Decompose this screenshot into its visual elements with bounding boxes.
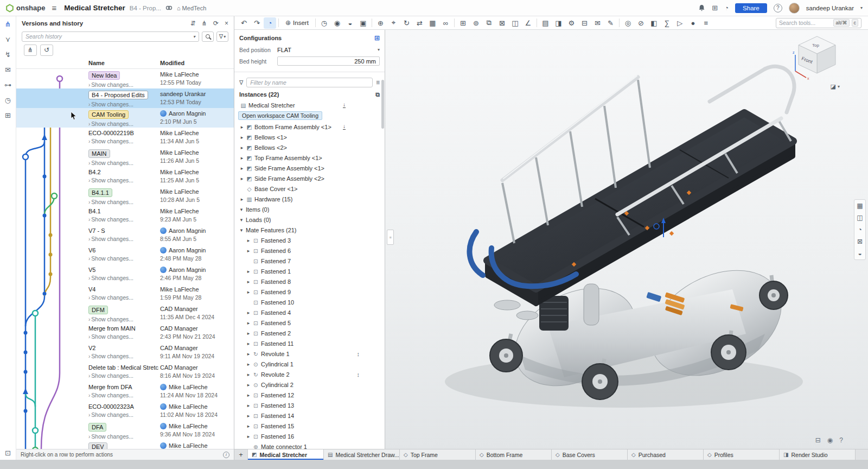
version-row[interactable]: Delete tab : Medical Stretc... ›Show cha… [16, 362, 234, 382]
group-icon[interactable]: ▦ [426, 17, 439, 29]
expand-chevron-icon[interactable]: ▸ [245, 331, 252, 336]
sheet-icon[interactable]: ⊟ [578, 17, 591, 29]
expand-chevron-icon[interactable]: ▸ [245, 351, 252, 357]
user-menu-caret-icon[interactable]: ▾ [860, 5, 863, 10]
version-row[interactable]: New Idea ›Show changes... Mike LaFleche … [16, 69, 234, 88]
version-row[interactable]: V6 ›Show changes... Aaron Magnin 2:48 PM… [16, 245, 234, 264]
display-settings-icon[interactable]: ⊡ [5, 449, 11, 457]
tab-bottom-frame[interactable]: ◇ Bottom Frame [476, 449, 552, 460]
learning-center-icon[interactable]: ◔ [724, 4, 729, 12]
expand-chevron-icon[interactable]: ▸ [245, 372, 252, 377]
stretcher-3d-model[interactable] [385, 30, 868, 449]
show-changes-link[interactable]: ›Show changes... [88, 160, 160, 166]
update-available-icon[interactable]: ↓ [343, 124, 346, 130]
display-states-icon[interactable]: ▣ [357, 17, 369, 29]
undo-button[interactable]: ↶ [238, 17, 250, 29]
show-changes-link[interactable]: ›Show changes... [88, 199, 160, 205]
mass-properties-icon[interactable]: ∑ [661, 17, 673, 29]
user-avatar[interactable] [789, 3, 800, 14]
item[interactable] [454, 18, 455, 27]
show-changes-link[interactable]: ›Show changes... [88, 333, 160, 340]
show-changes-link[interactable]: ›Show changes... [88, 372, 160, 379]
version-row[interactable]: DEV ›Show changes... Mike LaFleche [16, 440, 234, 449]
tool-settings-icon[interactable]: ≡ [700, 17, 712, 29]
show-all-changes-button[interactable]: ↺ [40, 45, 53, 56]
version-row[interactable]: V5 ›Show changes... Aaron Magnin 2:46 PM… [16, 264, 234, 284]
hide-icon[interactable]: ⊘ [635, 17, 647, 29]
show-changes-link[interactable]: ›Show changes... [88, 177, 160, 183]
root-assembly-row[interactable]: ▤ Medical Stretcher ↓ [234, 100, 385, 110]
spotlight-icon[interactable]: ◎ [622, 17, 634, 29]
activity-icon[interactable]: ◷ [5, 97, 11, 104]
expand-chevron-icon[interactable]: ▸ [239, 155, 245, 161]
quick-actions-icon[interactable]: ↯ [5, 51, 11, 58]
tab-medical-stretcher[interactable]: ◩ Medical Stretcher [248, 449, 324, 460]
version-row[interactable]: DFM ›Show changes... CAD Manager 11:35 A… [16, 303, 234, 323]
insert-button[interactable]: ⊕ Insert [281, 17, 313, 29]
version-row[interactable]: MAIN ›Show changes... Mike LaFleche 11:2… [16, 147, 234, 167]
mate-feature-row[interactable]: ▸ ⊡ Fastened 9 [234, 287, 385, 297]
version-row[interactable]: B4.2 ›Show changes... Mike LaFleche 11:2… [16, 167, 234, 186]
expand-chevron-icon[interactable]: ▸ [245, 310, 252, 315]
version-row[interactable]: Merge from DFA ›Show changes... Mike LaF… [16, 382, 234, 401]
mate-feature-row[interactable]: ▸ ⊡ Fastened 2 [234, 328, 385, 338]
show-branches-button[interactable]: ⋔ [24, 45, 37, 56]
hamburger-menu-icon[interactable]: ≡ [49, 3, 59, 12]
view-menu-button[interactable]: ◪▾ [831, 83, 840, 90]
compare-versions-icon[interactable]: ⇵ [190, 20, 196, 27]
link-icon[interactable] [165, 4, 173, 11]
show-changes-link[interactable]: ›Show changes... [88, 236, 160, 242]
show-changes-link[interactable]: ›Show changes... [88, 101, 160, 107]
loads-section-row[interactable]: ▾ Loads (0) [234, 214, 385, 225]
view-cube[interactable]: Top Front z x [792, 33, 842, 81]
instance-row[interactable]: ▸ ◩ Bellows <2> [234, 142, 385, 153]
animate-icon[interactable]: ▷ [674, 17, 686, 29]
version-row[interactable]: Merge from MAIN ›Show changes... CAD Man… [16, 323, 234, 343]
panel-collapse-handle[interactable]: ≡ [387, 230, 394, 245]
show-changes-link[interactable]: ›Show changes... [88, 138, 160, 144]
info-icon[interactable]: i [223, 452, 229, 458]
hidden-parts-icon[interactable]: ◔ [858, 226, 861, 233]
instance-row[interactable]: ▸ ▥ Hardware (15) [234, 194, 385, 204]
expand-chevron-icon[interactable]: ▸ [239, 176, 245, 181]
item[interactable] [619, 18, 620, 27]
close-panel-icon[interactable]: × [225, 20, 228, 27]
show-changes-link[interactable]: ›Show changes... [88, 353, 160, 359]
tables-icon[interactable]: ⊞ [5, 112, 11, 119]
show-changes-link[interactable]: ›Show changes... [88, 275, 160, 281]
mate-feature-row[interactable]: ▸ ⊡ Fastened 10 [234, 297, 385, 307]
tab-render-studio[interactable]: ◨ Render Studio [780, 449, 856, 460]
explode-tool-icon[interactable]: ⊠ [857, 238, 863, 245]
show-changes-link[interactable]: ›Show changes... [88, 316, 160, 322]
comments-icon[interactable]: ✉ [5, 66, 11, 73]
version-row[interactable]: CAM Tooling ›Show changes... Aaron Magni… [16, 108, 234, 128]
version-row[interactable]: V7 - S ›Show changes... Aaron Magnin 8:5… [16, 225, 234, 245]
version-row[interactable]: B4 - Proposed Edits ›Show changes... san… [16, 88, 234, 108]
mate-feature-row[interactable]: ▸ ⊡ Fastened 1 [234, 266, 385, 276]
expand-chevron-icon[interactable]: ▸ [239, 135, 245, 140]
comment-icon[interactable]: ✉ [591, 17, 604, 29]
tab-profiles[interactable]: ◇ Profiles [704, 449, 780, 460]
bed-position-select[interactable]: FLAT ▾ [277, 47, 380, 53]
versions-history-icon[interactable]: ⋔ [5, 21, 11, 28]
create-version-icon[interactable]: ⋔ [202, 20, 207, 27]
insert-instance-icon[interactable]: ⧉ [375, 91, 380, 98]
instance-row[interactable]: ▸ ◩ Bellows <1> [234, 132, 385, 142]
record-icon[interactable]: ● [687, 17, 699, 29]
expand-chevron-icon[interactable]: ▸ [239, 145, 245, 150]
items-section-row[interactable]: ▾ Items (0) [234, 204, 385, 214]
filter-by-name-input[interactable]: Filter by name [246, 78, 373, 87]
sync-state-button[interactable]: ◔ [264, 17, 276, 29]
linear-pattern-icon[interactable]: ⊞ [457, 17, 469, 29]
section-view-icon[interactable]: ◫ [509, 17, 521, 29]
show-changes-link[interactable]: ›Show changes... [88, 433, 160, 440]
onshape-logo[interactable]: onshape [5, 4, 45, 12]
version-row[interactable]: V2 ›Show changes... CAD Manager 9:11 AM … [16, 343, 234, 362]
mate-feature-row[interactable]: ▸ ⊡ Fastened 4 [234, 307, 385, 318]
version-row[interactable]: B4.1 ›Show changes... Mike LaFleche 9:23… [16, 206, 234, 225]
slider-mate-icon[interactable]: ⇄ [413, 17, 426, 29]
view-modes-icon[interactable]: ▦ [857, 202, 863, 209]
animate-mate-icon[interactable]: ↕ [357, 371, 360, 378]
mate-feature-row[interactable]: ▸ ⊡ Fastened 13 [234, 400, 385, 410]
open-workspace-tooltip[interactable]: Open workspace CAM Tooling [238, 111, 322, 120]
